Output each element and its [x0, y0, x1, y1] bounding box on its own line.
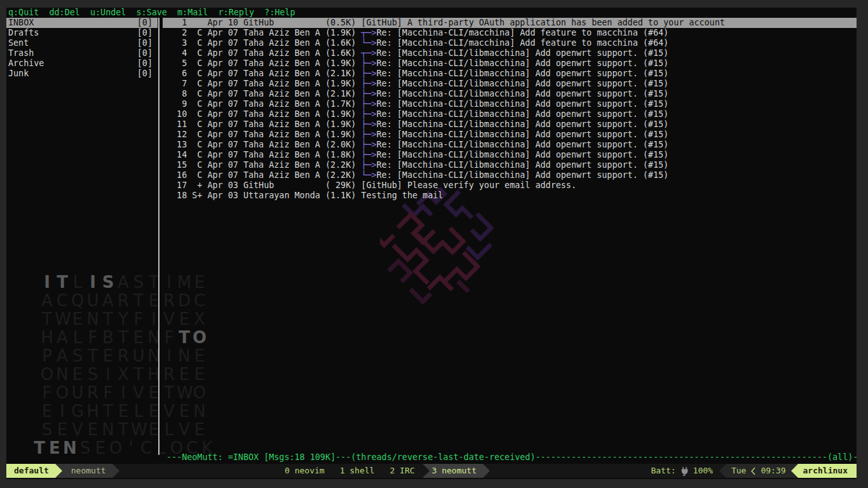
- tmux-hostname: archlinux: [798, 464, 857, 478]
- thread-tree-icon: └─>: [361, 38, 376, 48]
- thin-chevron-icon: [751, 467, 756, 475]
- mail-row[interactable]: 1 Apr 10 GitHub (0.5K) [GitHub] A third-…: [163, 18, 857, 28]
- thread-tree-icon: ┬─>: [361, 48, 376, 58]
- tmux-right: Batt: 100% Tue: [651, 464, 857, 478]
- mail-meta: 17 + Apr 03 GitHub ( 29K): [166, 180, 361, 190]
- mail-meta: 3 C Apr 07 Taha Aziz Ben A (1.6K): [166, 38, 361, 48]
- mail-meta: 16 C Apr 07 Taha Aziz Ben A (2.2K): [166, 170, 361, 180]
- mailbox-count: [0]: [137, 69, 153, 79]
- thread-tree-icon: ├─>: [361, 89, 376, 98]
- thread-tree-icon: ├─>: [361, 140, 376, 149]
- mail-row[interactable]: 13 C Apr 07 Taha Aziz Ben A (2.0K) ├─>Re…: [163, 140, 857, 150]
- mail-subject: Re: [Macchina-CLI/libmacchina] Add openw…: [377, 79, 669, 88]
- mail-row[interactable]: 4 C Apr 07 Taha Aziz Ben A (1.6K) ┬─>Re:…: [163, 48, 857, 58]
- sidebar-item-archive[interactable]: Archive[0]: [6, 58, 158, 69]
- mail-row[interactable]: 9 C Apr 07 Taha Aziz Ben A (1.7K) ├─>Re:…: [163, 99, 857, 109]
- mailbox-count: [0]: [137, 18, 153, 28]
- mail-subject: Re: [Macchina-CLI/libmacchina] Add openw…: [377, 140, 669, 149]
- sidebar-item-sent[interactable]: Sent[0]: [6, 38, 158, 48]
- mail-subject: Re: [Macchina-CLI/libmacchina] Add openw…: [377, 150, 669, 159]
- mail-row[interactable]: 16 C Apr 07 Taha Aziz Ben A (2.2K) └─>Re…: [163, 170, 857, 180]
- sidebar-item-inbox[interactable]: INBOX[0]: [6, 18, 158, 28]
- mail-row[interactable]: 15 C Apr 07 Taha Aziz Ben A (2.2K) ├─>Re…: [163, 160, 857, 170]
- desktop: ITLISASTIMEACQUARTERDCTWENTYFIVEXHALFBTE…: [0, 0, 868, 488]
- thread-tree-icon: ├─>: [361, 79, 376, 88]
- tmux-time: 09:39: [761, 464, 785, 478]
- sidebar-item-drafts[interactable]: Drafts[0]: [6, 28, 158, 38]
- mailbox-name: Archive: [8, 58, 44, 69]
- mail-row[interactable]: 8 C Apr 07 Taha Aziz Ben A (2.1K) ├─>Re:…: [163, 89, 857, 99]
- battery-label: Batt:: [651, 464, 675, 478]
- power-plug-icon: [681, 466, 689, 476]
- mail-meta: 8 C Apr 07 Taha Aziz Ben A (2.1K): [166, 89, 361, 98]
- thread-tree-icon: ├─>: [361, 150, 376, 159]
- mail-meta: 13 C Apr 07 Taha Aziz Ben A (2.0K): [166, 140, 361, 149]
- mail-meta: 2 C Apr 07 Taha Aziz Ben A (1.9K): [166, 28, 361, 37]
- sidebar-item-trash[interactable]: Trash[0]: [6, 48, 158, 58]
- mail-row[interactable]: 7 C Apr 07 Taha Aziz Ben A (1.9K) ├─>Re:…: [163, 79, 857, 89]
- tmux-window[interactable]: 1 shell: [332, 464, 383, 478]
- mail-subject: Re: [Macchina-CLI/libmacchina] Add openw…: [377, 109, 669, 119]
- mail-meta: 12 C Apr 07 Taha Aziz Ben A (1.9K): [166, 130, 361, 139]
- mail-meta: 7 C Apr 07 Taha Aziz Ben A (1.9K): [166, 79, 361, 88]
- mail-subject: Re: [Macchina-CLI/libmacchina] Add openw…: [377, 89, 669, 98]
- mailbox-count: [0]: [137, 48, 153, 58]
- tmux-window[interactable]: 2 IRC: [382, 464, 422, 478]
- thread-tree-icon: └─>: [361, 170, 376, 180]
- thread-tree-icon: ├─>: [361, 119, 376, 129]
- mail-row[interactable]: 10 C Apr 07 Taha Aziz Ben A (1.9K) ├─>Re…: [163, 109, 857, 119]
- mail-row[interactable]: 18 S+ Apr 03 Uttarayan Monda (1.1K) Test…: [163, 191, 857, 201]
- powerline-chevron-icon: [719, 464, 726, 478]
- tmux-pane-title: neomutt: [62, 464, 112, 478]
- mail-index: 1 Apr 10 GitHub (0.5K) [GitHub] A third-…: [163, 18, 857, 201]
- mail-subject: Re: [Macchina-CLI/libmacchina] Add openw…: [377, 99, 669, 109]
- thread-tree-icon: ├─>: [361, 160, 376, 170]
- mail-meta: 6 C Apr 07 Taha Aziz Ben A (2.1K): [166, 69, 361, 78]
- mail-subject: Re: [Macchina-CLI/macchina] Add feature …: [377, 38, 669, 48]
- terminal-window: ITLISASTIMEACQUARTERDCTWENTYFIVEXHALFBTE…: [6, 8, 857, 479]
- tmux-day: Tue: [731, 464, 746, 478]
- thread-tree-icon: ├─>: [361, 99, 376, 109]
- mail-subject: [GitHub] Please verify your email addres…: [361, 180, 576, 190]
- mail-row[interactable]: 14 C Apr 07 Taha Aziz Ben A (1.8K) ├─>Re…: [163, 150, 857, 160]
- mailbox-name: Sent: [8, 38, 29, 48]
- powerline-chevron-icon: [55, 464, 62, 478]
- mail-subject: Re: [Macchina-CLI/macchina] Add feature …: [377, 28, 669, 37]
- tmux-window-active[interactable]: 3 neomutt: [423, 464, 490, 478]
- mailbox-name: Drafts: [8, 28, 39, 38]
- mail-subject: Re: [Macchina-CLI/libmacchina] Add openw…: [377, 48, 669, 58]
- mail-meta: 14 C Apr 07 Taha Aziz Ben A (1.8K): [166, 150, 361, 159]
- mail-row[interactable]: 11 C Apr 07 Taha Aziz Ben A (1.9K) ├─>Re…: [163, 119, 857, 130]
- thread-tree-icon: ┬─>: [361, 28, 376, 37]
- mail-row[interactable]: 3 C Apr 07 Taha Aziz Ben A (1.6K) └─>Re:…: [163, 38, 857, 48]
- mail-row[interactable]: 12 C Apr 07 Taha Aziz Ben A (1.9K) ├─>Re…: [163, 130, 857, 140]
- thread-tree-icon: ├─>: [361, 109, 376, 119]
- mail-meta: 1 Apr 10 GitHub (0.5K): [166, 18, 361, 27]
- powerline-chevron-icon: [423, 464, 430, 478]
- mail-meta: 4 C Apr 07 Taha Aziz Ben A (1.6K): [166, 48, 361, 58]
- neomutt-help-bar: q:Quit dd:Del u:Undel s:Save m:Mail r:Re…: [6, 8, 857, 18]
- tmux-window[interactable]: 0 neovim: [277, 464, 332, 478]
- mailbox-name: Trash: [8, 48, 34, 58]
- mailbox-count: [0]: [137, 38, 153, 48]
- mail-subject: Re: [Macchina-CLI/libmacchina] Add openw…: [377, 69, 669, 78]
- mail-subject: Re: [Macchina-CLI/libmacchina] Add openw…: [377, 58, 669, 68]
- mail-row[interactable]: 6 C Apr 07 Taha Aziz Ben A (2.1K) ├─>Re:…: [163, 69, 857, 79]
- powerline-chevron-icon: [483, 464, 490, 478]
- mail-meta: 10 C Apr 07 Taha Aziz Ben A (1.9K): [166, 109, 361, 119]
- mailbox-count: [0]: [137, 58, 153, 69]
- mail-row[interactable]: 2 C Apr 07 Taha Aziz Ben A (1.9K) ┬─>Re:…: [163, 28, 857, 38]
- thread-tree-icon: ├─>: [361, 69, 376, 78]
- mail-subject: Re: [Macchina-CLI/libmacchina] Add openw…: [377, 119, 669, 129]
- mail-row[interactable]: 5 C Apr 07 Taha Aziz Ben A (1.9K) ├─>Re:…: [163, 58, 857, 69]
- mail-meta: 15 C Apr 07 Taha Aziz Ben A (2.2K): [166, 160, 361, 170]
- tmux-window-list: 0 neovim1 shell2 IRC3 neomutt: [277, 464, 490, 478]
- neomutt-app: q:Quit dd:Del u:Undel s:Save m:Mail r:Re…: [6, 8, 857, 479]
- mail-subject: Re: [Macchina-CLI/libmacchina] Add openw…: [377, 160, 669, 170]
- mail-meta: 11 C Apr 07 Taha Aziz Ben A (1.9K): [166, 119, 361, 129]
- mail-row[interactable]: 17 + Apr 03 GitHub ( 29K) [GitHub] Pleas…: [163, 180, 857, 191]
- mail-subject: [GitHub] A third-party OAuth application…: [361, 18, 724, 27]
- tmux-session-name[interactable]: default: [6, 464, 55, 478]
- sidebar-item-junk[interactable]: Junk[0]: [6, 69, 158, 79]
- neomutt-main: INBOX[0]Drafts[0]Sent[0]Trash[0]Archive[…: [6, 18, 857, 464]
